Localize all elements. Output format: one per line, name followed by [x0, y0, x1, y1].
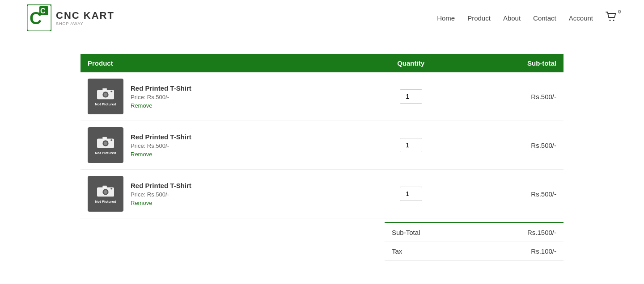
- summary-table: Sub-Total Rs.1500/- Tax Rs.100/-: [385, 222, 564, 261]
- nav-home[interactable]: Home: [437, 14, 455, 22]
- camera-icon: [97, 87, 114, 100]
- remove-link[interactable]: Remove: [131, 200, 191, 206]
- nav-product[interactable]: Product: [467, 14, 491, 22]
- svg-rect-17: [102, 137, 107, 139]
- svg-point-21: [104, 190, 108, 194]
- svg-rect-13: [110, 91, 112, 92]
- product-price: Price: Rs.500/-: [131, 94, 191, 100]
- svg-rect-23: [110, 188, 112, 189]
- remove-link[interactable]: Remove: [131, 102, 191, 109]
- tax-label: Tax: [392, 247, 402, 255]
- cart-icon[interactable]: [606, 12, 617, 24]
- cart-table: Product Quantity Sub-total: [80, 54, 564, 218]
- quantity-input[interactable]: [400, 89, 422, 104]
- subtotal-value: Rs.1500/-: [527, 229, 556, 236]
- subtotal-cell: Rs.500/-: [460, 72, 564, 121]
- quantity-cell: [361, 121, 460, 170]
- summary-section: Sub-Total Rs.1500/- Tax Rs.100/-: [80, 222, 564, 261]
- product-image-placeholder: Not Pictured: [88, 79, 123, 114]
- svg-rect-22: [102, 185, 107, 188]
- nav-account[interactable]: Account: [569, 14, 593, 22]
- product-cell: Not Pictured Red Printed T-Shirt Price: …: [88, 127, 354, 163]
- table-row: Not Pictured Red Printed T-Shirt Price: …: [80, 121, 564, 170]
- svg-point-7: [610, 20, 611, 21]
- logo-tagline: SHOP AWAY: [56, 21, 114, 26]
- cart-container[interactable]: 0: [606, 12, 617, 24]
- product-image-placeholder: Not Pictured: [88, 127, 123, 163]
- camera-icon: [97, 184, 114, 198]
- product-cell: Not Pictured Red Printed T-Shirt Price: …: [88, 79, 354, 114]
- product-info: Red Printed T-Shirt Price: Rs.500/- Remo…: [131, 133, 191, 158]
- product-image-placeholder: Not Pictured: [88, 176, 123, 212]
- quantity-cell: [361, 72, 460, 121]
- summary-subtotal-row: Sub-Total Rs.1500/-: [385, 223, 564, 242]
- main-content: Product Quantity Sub-total: [0, 36, 644, 279]
- subtotal-label: Sub-Total: [392, 229, 420, 236]
- svg-point-11: [104, 92, 108, 96]
- cart-table-header: Product Quantity Sub-total: [80, 54, 564, 72]
- logo-text-area: CNC KART SHOP AWAY: [56, 10, 114, 26]
- camera-icon: [97, 136, 114, 149]
- subtotal-cell: Rs.500/-: [460, 121, 564, 170]
- svg-point-16: [104, 141, 108, 145]
- summary-tax-row: Tax Rs.100/-: [385, 242, 564, 261]
- product-name: Red Printed T-Shirt: [131, 182, 191, 189]
- product-price: Price: Rs.500/-: [131, 142, 191, 149]
- product-info: Red Printed T-Shirt Price: Rs.500/- Remo…: [131, 182, 191, 206]
- product-name: Red Printed T-Shirt: [131, 84, 191, 92]
- cart-body: Not Pictured Red Printed T-Shirt Price: …: [80, 72, 564, 218]
- nav-about[interactable]: About: [503, 14, 521, 22]
- remove-link[interactable]: Remove: [131, 151, 191, 158]
- svg-point-8: [613, 20, 614, 21]
- subtotal-cell: Rs.500/-: [460, 170, 564, 218]
- svg-rect-12: [102, 88, 107, 90]
- main-nav: Home Product About Contact Account 0: [437, 12, 617, 24]
- tax-value: Rs.100/-: [531, 247, 556, 255]
- nav-contact[interactable]: Contact: [533, 14, 556, 22]
- logo-icon: C C: [27, 4, 51, 31]
- logo-area: C C CNC KART SHOP AWAY: [27, 4, 114, 31]
- col-quantity: Quantity: [361, 54, 460, 72]
- product-cell: Not Pictured Red Printed T-Shirt Price: …: [88, 176, 354, 212]
- logo-name: CNC KART: [56, 10, 114, 21]
- col-product: Product: [80, 54, 361, 72]
- cart-badge: 0: [618, 9, 621, 14]
- table-row: Not Pictured Red Printed T-Shirt Price: …: [80, 72, 564, 121]
- header: C C CNC KART SHOP AWAY Home Product Abou…: [0, 0, 644, 36]
- product-price: Price: Rs.500/-: [131, 191, 191, 198]
- quantity-cell: [361, 170, 460, 218]
- product-info: Red Printed T-Shirt Price: Rs.500/- Remo…: [131, 84, 191, 109]
- col-subtotal: Sub-total: [460, 54, 564, 72]
- svg-text:C: C: [40, 7, 46, 15]
- quantity-input[interactable]: [400, 187, 422, 201]
- product-name: Red Printed T-Shirt: [131, 133, 191, 141]
- table-row: Not Pictured Red Printed T-Shirt Price: …: [80, 170, 564, 218]
- svg-rect-18: [110, 139, 112, 141]
- quantity-input[interactable]: [400, 138, 422, 152]
